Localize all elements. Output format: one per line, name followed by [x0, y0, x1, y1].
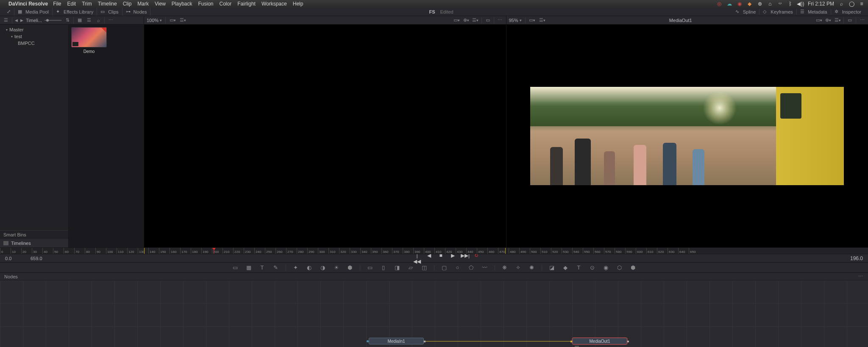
search-icon[interactable]: ⌕ — [95, 17, 102, 23]
status-icon-5[interactable]: ⊕ — [757, 1, 763, 7]
fit-icon[interactable]: ▭▾ — [169, 17, 176, 23]
menu-file[interactable]: File — [53, 1, 61, 7]
menu-color[interactable]: Color — [220, 1, 232, 7]
clips-button[interactable]: ▭Clips — [100, 9, 118, 15]
menu-fusion[interactable]: Fusion — [198, 1, 214, 7]
tool-matte[interactable]: ◨ — [393, 264, 401, 271]
inspector-button[interactable]: ✲Inspector — [835, 9, 861, 15]
viewer-r-more-icon[interactable]: ⋯ — [859, 17, 865, 23]
notifications-icon[interactable]: ≡ — [859, 1, 865, 7]
spline-button[interactable]: ∿Spline — [735, 9, 756, 15]
volume-icon[interactable]: ◀)) — [798, 1, 804, 7]
fit-right-icon[interactable]: ▭▾ — [529, 17, 536, 23]
menu-help[interactable]: Help — [293, 1, 303, 7]
node-connection[interactable] — [424, 341, 572, 341]
menu-mark[interactable]: Mark — [137, 1, 149, 7]
viewer-more-icon[interactable]: ⋯ — [497, 17, 504, 23]
nav-back-icon[interactable]: ◀ — [15, 18, 18, 22]
spotlight-icon[interactable]: ⌕ — [838, 1, 844, 7]
menu-playback[interactable]: Playback — [172, 1, 192, 7]
menubar-clock[interactable]: Fri 2:12 PM — [808, 1, 834, 7]
view-mode-right-icon[interactable]: ☰▾ — [539, 17, 546, 23]
bin-dropdown[interactable]: Timeli... — [26, 18, 42, 23]
clip-thumbnail[interactable] — [71, 27, 107, 47]
tool-3d-image[interactable]: ◪ — [548, 264, 556, 271]
tool-merge[interactable]: ▭ — [366, 264, 374, 271]
smart-bin-timelines[interactable]: Timelines — [0, 239, 68, 247]
grid-view-icon[interactable]: ▦ — [76, 17, 83, 23]
viewer-single-icon[interactable]: ▭ — [484, 17, 491, 23]
status-icon-2[interactable]: ☁ — [726, 1, 732, 7]
nodes-graph[interactable]: MediaIn1 MediaOut1 — [0, 280, 868, 347]
viewer-r-opt2-icon[interactable]: ⊕▾ — [825, 17, 832, 23]
viewer-opt1-icon[interactable]: ▭▾ — [453, 17, 460, 23]
tool-3d-render[interactable]: ⬢ — [629, 264, 637, 271]
smart-bins-header[interactable]: Smart Bins — [0, 230, 68, 239]
media-pool-button[interactable]: ▦Media Pool — [18, 9, 49, 15]
playhead[interactable] — [214, 248, 214, 254]
bin-test[interactable]: ▾test — [0, 33, 68, 40]
metadata-button[interactable]: ☰Metadata — [800, 9, 827, 15]
status-icon-6[interactable]: ⌂ — [767, 1, 773, 7]
bin-master[interactable]: ▾Master — [0, 26, 68, 33]
bluetooth-icon[interactable]: ᛒ — [787, 1, 793, 7]
viewer-frame[interactable] — [530, 87, 844, 185]
menu-fairlight[interactable]: Fairlight — [237, 1, 256, 7]
tool-particles[interactable]: ❋ — [501, 264, 509, 271]
viewer-r-opt3-icon[interactable]: ☰▾ — [834, 17, 841, 23]
nav-fwd-icon[interactable]: ▶ — [20, 18, 23, 22]
tool-paint[interactable]: ✎ — [272, 264, 280, 271]
node-mediain1[interactable]: MediaIn1 — [369, 338, 424, 344]
tool-3d-light[interactable]: ◉ — [602, 264, 610, 271]
tool-drop[interactable]: ⬢ — [346, 264, 354, 271]
tool-3d-text[interactable]: T — [575, 264, 583, 271]
menu-workspace[interactable]: Workspace — [262, 1, 287, 7]
tool-3d-merge[interactable]: ⬡ — [616, 264, 623, 271]
menu-edit[interactable]: Edit — [67, 1, 76, 7]
tool-rectangle[interactable]: ▢ — [440, 264, 448, 271]
viewer-r-single-icon[interactable]: ▭ — [846, 17, 853, 23]
tool-prender[interactable]: ✧ — [515, 264, 522, 271]
viewer-left[interactable] — [144, 25, 506, 247]
viewer-opt3-icon[interactable]: ☰▾ — [472, 17, 479, 23]
thumb-size-slider[interactable] — [45, 20, 61, 21]
menu-timeline[interactable]: Timeline — [98, 1, 117, 7]
wifi-icon[interactable]: ⌔ — [777, 1, 783, 7]
nodes-button[interactable]: ⊶Nodes — [126, 9, 147, 15]
tool-transform[interactable]: ◫ — [420, 264, 428, 271]
tool-channelbool[interactable]: ▯ — [380, 264, 387, 271]
menu-view[interactable]: View — [155, 1, 166, 7]
tool-3d-camera[interactable]: ⊙ — [589, 264, 596, 271]
node-mediaout1[interactable]: MediaOut1 — [572, 338, 627, 344]
clip-demo[interactable]: Demo — [71, 27, 107, 54]
more-icon[interactable]: ⋯ — [107, 17, 114, 23]
list-view-icon[interactable]: ☰ — [86, 17, 92, 23]
zoom-right-dropdown[interactable]: 95% ▾ — [509, 18, 522, 23]
status-icon-4[interactable]: ◆ — [747, 1, 753, 7]
tool-brightness[interactable]: ☀ — [333, 264, 340, 271]
tool-polygon[interactable]: ⬠ — [467, 264, 475, 271]
tool-3d-shape[interactable]: ◆ — [562, 264, 569, 271]
siri-icon[interactable]: ◯ — [849, 1, 854, 7]
nodes-options-icon[interactable]: ⋯ — [858, 274, 864, 279]
tool-colorcorrect[interactable]: ◑ — [319, 264, 327, 271]
viewer-opt2-icon[interactable]: ⊕▾ — [463, 17, 470, 23]
status-icon-3[interactable]: ◉ — [737, 1, 743, 7]
keyframes-button[interactable]: ◇Keyframes — [763, 9, 793, 15]
menu-trim[interactable]: Trim — [82, 1, 92, 7]
resize-handle-icon[interactable]: ⤢ — [7, 9, 11, 14]
tool-pemitter[interactable]: ✺ — [528, 264, 536, 271]
status-icon-1[interactable]: ◎ — [716, 1, 722, 7]
tool-fastnoise[interactable]: ▦ — [245, 264, 253, 271]
menu-clip[interactable]: Clip — [123, 1, 132, 7]
sort-icon[interactable]: ⇅ — [64, 17, 71, 23]
tool-bspline[interactable]: 〰 — [481, 264, 489, 271]
timeline-ruler[interactable]: 0102030405060708090100110120130140150160… — [0, 247, 868, 254]
tool-text[interactable]: T — [259, 264, 266, 271]
bin-bmpcc[interactable]: BMPCC — [0, 40, 68, 47]
list-toggle-icon[interactable]: ☰ — [3, 17, 9, 23]
tool-tracker[interactable]: ✦ — [292, 264, 300, 271]
tool-resize[interactable]: ▱ — [407, 264, 415, 271]
zoom-left-dropdown[interactable]: 100% ▾ — [147, 18, 162, 23]
app-name[interactable]: DaVinci Resolve — [8, 1, 48, 7]
